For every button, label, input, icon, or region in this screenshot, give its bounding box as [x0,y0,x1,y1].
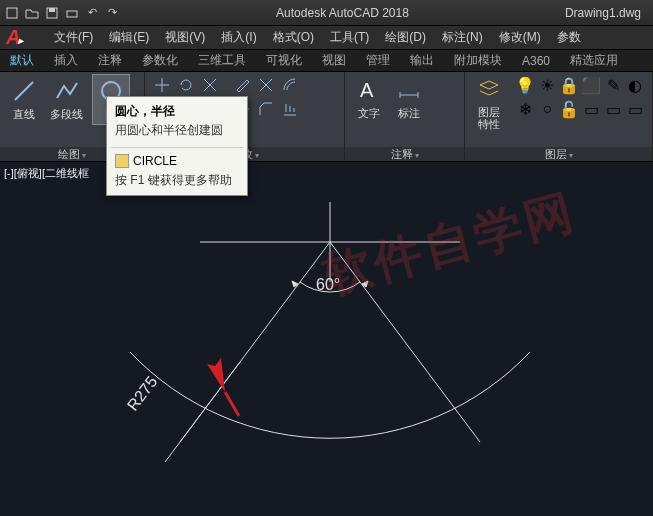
tab-param[interactable]: 参数化 [132,52,188,69]
title-bar: ↶ ↷ Autodesk AutoCAD 2018 Drawing1.dwg [0,0,653,26]
color-icon[interactable]: ⬛ [581,74,601,96]
tab-view[interactable]: 视图 [312,52,356,69]
new-icon[interactable] [4,5,20,21]
menu-dim[interactable]: 标注(N) [434,29,491,46]
tab-default[interactable]: 默认 [0,52,44,69]
svg-text:A: A [360,79,374,101]
tab-output[interactable]: 输出 [400,52,444,69]
layer2-icon[interactable]: ▭ [603,98,623,120]
lock-icon[interactable]: 🔒 [559,74,579,96]
redo-icon[interactable]: ↷ [104,5,120,21]
menu-param[interactable]: 参数 [549,29,589,46]
tab-manage[interactable]: 管理 [356,52,400,69]
trim-icon[interactable] [199,74,221,96]
drawing-svg: 60° R275 [0,162,653,516]
tab-insert[interactable]: 插入 [44,52,88,69]
bulb-icon[interactable]: 💡 [515,74,535,96]
pline-icon [53,77,81,105]
text-icon: A [355,76,383,104]
tab-a360[interactable]: A360 [512,54,560,68]
pline-button[interactable]: 多段线 [46,75,87,124]
rotate-icon[interactable] [175,74,197,96]
command-icon [115,154,129,168]
layer-props-button[interactable]: 图层 特性 [471,74,507,132]
align-icon[interactable] [279,98,301,120]
doc-name: Drawing1.dwg [565,6,641,20]
erase-icon[interactable] [231,74,253,96]
save-icon[interactable] [44,5,60,21]
menu-view[interactable]: 视图(V) [157,29,213,46]
svg-rect-2 [49,8,55,12]
svg-line-19 [330,242,480,442]
menu-tools[interactable]: 工具(T) [322,29,377,46]
off-icon[interactable]: ○ [537,98,557,120]
tab-3d[interactable]: 三维工具 [188,52,256,69]
freeze-icon[interactable]: ❄ [515,98,535,120]
panel-annotate: A 文字 标注 注释 [345,72,465,161]
arrow-annotation [207,358,225,392]
tab-featured[interactable]: 精选应用 [560,52,628,69]
menu-file[interactable]: 文件(F) [46,29,101,46]
tooltip-help: 按 F1 键获得更多帮助 [107,172,247,195]
menu-modify[interactable]: 修改(M) [491,29,549,46]
panel-label-layer[interactable]: 图层 [465,147,652,161]
layer1-icon[interactable]: ▭ [581,98,601,120]
radius-text: R275 [124,373,161,414]
tab-addon[interactable]: 附加模块 [444,52,512,69]
panel-layer: 图层 特性 💡 ☀ 🔒 ⬛ ✎ ◐ ❄ ○ 🔓 ▭ ▭ ▭ 图层 [465,72,653,161]
viewport-label[interactable]: [-][俯视][二维线框 [4,166,89,181]
match-icon[interactable]: ✎ [603,74,623,96]
ribbon-tabs: 默认 插入 注释 参数化 三维工具 可视化 视图 管理 输出 附加模块 A360… [0,50,653,72]
tab-annotate[interactable]: 注释 [88,52,132,69]
panel-label-annotate[interactable]: 注释 [345,147,464,161]
sun-icon[interactable]: ☀ [537,74,557,96]
drawing-canvas[interactable]: [-][俯视][二维线框 软件自学网 60° R275 [0,162,653,516]
undo-icon[interactable]: ↶ [84,5,100,21]
tooltip-desc: 用圆心和半径创建圆 [107,122,247,145]
menu-bar: A▸ 文件(F) 编辑(E) 视图(V) 插入(I) 格式(O) 工具(T) 绘… [0,26,653,50]
svg-rect-0 [7,8,17,18]
explode-icon[interactable] [255,74,277,96]
chamfer-icon[interactable] [255,98,277,120]
dim-button[interactable]: 标注 [391,74,427,123]
print-icon[interactable] [64,5,80,21]
menu-insert[interactable]: 插入(I) [213,29,264,46]
offset-icon[interactable] [279,74,301,96]
menu-edit[interactable]: 编辑(E) [101,29,157,46]
angle-text: 60° [316,276,340,293]
app-title: Autodesk AutoCAD 2018 [120,6,565,20]
line-button[interactable]: 直线 [6,75,42,124]
tooltip-title: 圆心，半径 [107,97,247,122]
svg-line-20 [165,362,240,462]
line-icon [10,77,38,105]
dim-icon [395,76,423,104]
tooltip-cmd: CIRCLE [133,154,177,168]
ribbon: 直线 多段线 圆 绘图 [0,72,653,162]
app-logo[interactable]: A▸ [2,26,46,49]
isolate-icon[interactable]: ◐ [625,74,645,96]
svg-line-4 [15,82,33,100]
menu-format[interactable]: 格式(O) [265,29,322,46]
lock2-icon[interactable]: 🔓 [559,98,579,120]
tooltip: 圆心，半径 用圆心和半径创建圆 CIRCLE 按 F1 键获得更多帮助 [106,96,248,196]
qat: ↶ ↷ [4,5,120,21]
tab-visualize[interactable]: 可视化 [256,52,312,69]
text-button[interactable]: A 文字 [351,74,387,123]
layer-tools: 💡 ☀ 🔒 ⬛ ✎ ◐ ❄ ○ 🔓 ▭ ▭ ▭ [515,74,645,120]
svg-rect-3 [67,11,77,17]
move-icon[interactable] [151,74,173,96]
layers-icon [475,76,503,104]
layer3-icon[interactable]: ▭ [625,98,645,120]
menu-draw[interactable]: 绘图(D) [377,29,434,46]
open-icon[interactable] [24,5,40,21]
